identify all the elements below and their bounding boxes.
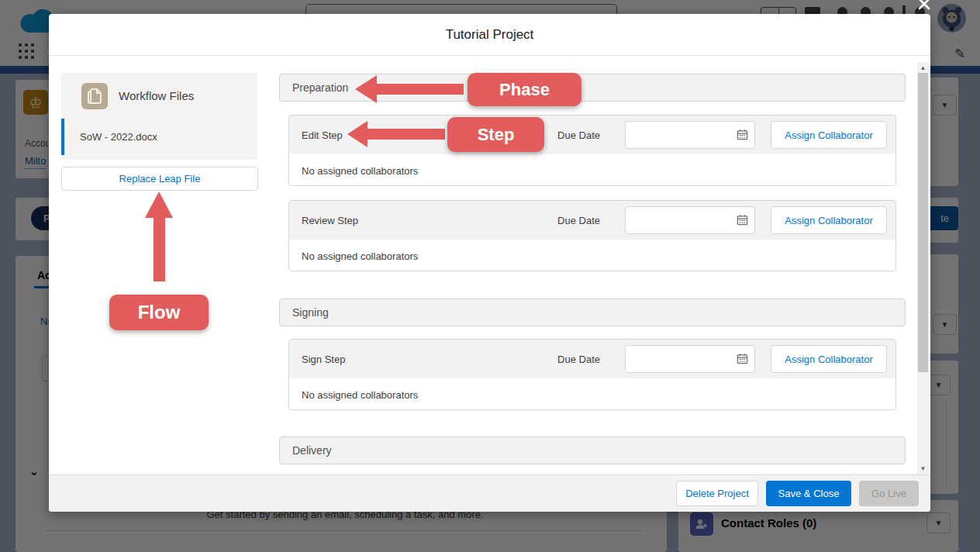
phase-arrow-shaft (375, 84, 464, 95)
modal-scrollbar[interactable]: ▲ ▼ (917, 62, 929, 474)
replace-leap-file-button[interactable]: Replace Leap File (61, 167, 258, 191)
step-annotation-badge: Step (447, 117, 544, 152)
selected-file-accent (61, 119, 64, 155)
scroll-down-icon[interactable]: ▼ (917, 463, 929, 474)
save-and-close-button[interactable]: Save & Close (766, 481, 851, 506)
no-collaborators-text: No assigned collaborators (289, 240, 895, 271)
due-date-label: Due Date (557, 129, 600, 141)
flow-arrow-head (145, 191, 173, 218)
flow-arrow-shaft (154, 216, 165, 281)
phase-header-delivery: Delivery (279, 436, 906, 464)
due-date-label: Due Date (557, 215, 600, 226)
scrollbar-thumb[interactable] (918, 73, 928, 372)
due-date-input[interactable] (625, 206, 755, 234)
step-name: Edit Step (302, 129, 343, 141)
modal-footer: Delete Project Save & Close Go Live (49, 474, 930, 512)
step-card-sign: Sign Step Due Date Assign Collaborator N… (288, 339, 896, 410)
step-arrow-head (347, 121, 368, 147)
due-date-input[interactable] (625, 121, 755, 149)
no-collaborators-text: No assigned collaborators (289, 154, 895, 186)
calendar-icon[interactable] (737, 353, 748, 367)
document-icon (81, 83, 108, 109)
file-name: SoW - 2022.docx (80, 131, 157, 143)
workflow-files-title: Workflow Files (119, 89, 194, 102)
workflow-files-panel: Workflow Files SoW - 2022.docx (61, 73, 257, 160)
due-date-label: Due Date (557, 354, 600, 365)
flow-annotation-badge: Flow (109, 295, 209, 330)
assign-collaborator-button[interactable]: Assign Collaborator (771, 345, 887, 373)
phase-annotation-badge: Phase (468, 73, 581, 106)
step-name: Review Step (302, 215, 358, 226)
no-collaborators-text: No assigned collaborators (289, 378, 895, 410)
phase-arrow-head (355, 75, 377, 103)
delete-project-button[interactable]: Delete Project (676, 481, 758, 506)
step-name: Sign Step (302, 354, 345, 365)
step-card-review: Review Step Due Date Assign Collaborator… (288, 200, 896, 271)
assign-collaborator-button[interactable]: Assign Collaborator (771, 206, 887, 234)
calendar-icon[interactable] (737, 129, 748, 143)
close-icon[interactable] (917, 0, 931, 11)
step-arrow-shaft (366, 129, 445, 140)
calendar-icon[interactable] (737, 214, 748, 229)
go-live-button[interactable]: Go Live (859, 481, 919, 506)
scroll-up-icon[interactable]: ▲ (917, 62, 929, 74)
assign-collaborator-button[interactable]: Assign Collaborator (771, 121, 887, 149)
workflow-file-item[interactable]: SoW - 2022.docx (61, 119, 257, 155)
step-card-edit: Edit Step Due Date Assign Collaborator N… (288, 115, 896, 186)
modal-title: Tutorial Project (49, 14, 930, 56)
due-date-input[interactable] (625, 345, 755, 373)
phase-header-signing: Signing (279, 298, 906, 326)
